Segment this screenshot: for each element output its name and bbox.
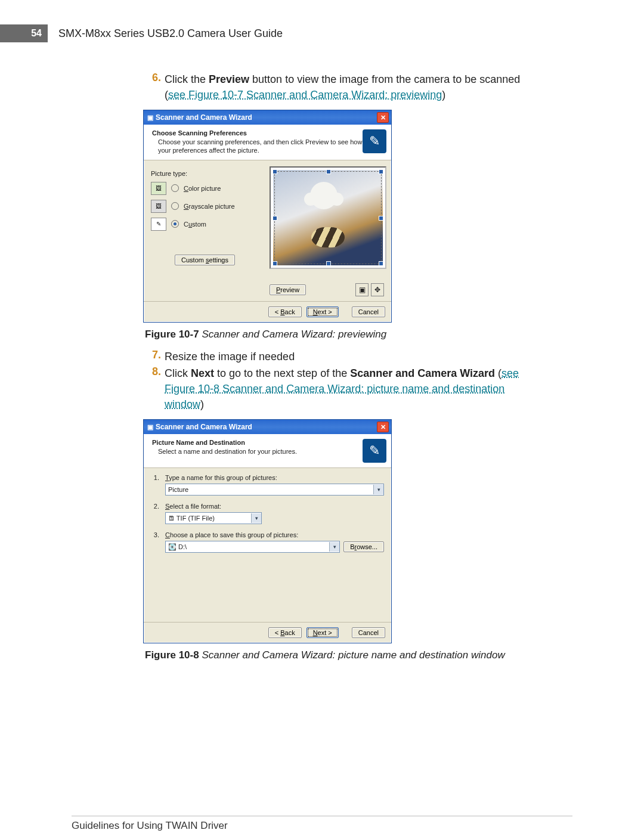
chevron-down-icon[interactable]: ▾ xyxy=(251,513,261,523)
wizard2-header-title: Picture Name and Destination xyxy=(152,439,363,446)
radio-color[interactable] xyxy=(171,184,179,192)
figure-10-7-caption: Figure 10-7 Scanner and Camera Wizard: p… xyxy=(145,329,537,340)
scanner-icon: ▣ xyxy=(147,114,153,122)
step-8-bold1: Next xyxy=(191,367,214,379)
wizard-title: Scanner and Camera Wizard xyxy=(156,113,377,122)
step-6-number: 6. xyxy=(143,72,165,103)
step-6-close: ) xyxy=(442,89,445,101)
crop-handle-br[interactable] xyxy=(379,261,383,266)
step-7-text: Resize the image if needed xyxy=(165,349,537,364)
picture-name-combo[interactable]: Picture ▾ xyxy=(165,484,384,496)
q2-label: SSelect a file format:elect a file forma… xyxy=(165,503,384,510)
q1-number: 1. xyxy=(151,474,159,503)
doc-title: SMX-M8xx Series USB2.0 Camera User Guide xyxy=(58,27,283,40)
next-button[interactable]: Next >Next > xyxy=(306,306,339,317)
q1-label: TType a name for this group of pictures:… xyxy=(165,474,384,481)
radio-custom-row[interactable]: ✎ CustomCustom xyxy=(151,218,259,231)
page-number: 54 xyxy=(0,24,48,42)
step-6-link[interactable]: see Figure 10-7 Scanner and Camera Wizar… xyxy=(168,89,442,101)
wizard2-header: Picture Name and Destination Select a na… xyxy=(144,434,391,468)
figure-10-7-desc: Scanner and Camera Wizard: previewing xyxy=(199,329,387,340)
crop-handle-b[interactable] xyxy=(326,261,331,266)
zoom-fit-icon[interactable]: ▣ xyxy=(355,283,369,296)
crop-handle-bl[interactable] xyxy=(273,261,277,266)
wizard-footer: < Back< Back Next >Next > Cancel xyxy=(144,301,391,322)
wizard-header-subtitle: Choose your scanning preferences, and th… xyxy=(152,137,363,155)
custom-thumb-icon: ✎ xyxy=(151,218,166,231)
scanner-device-icon: ✎ xyxy=(363,439,386,463)
page-footer: Guidelines for Using TWAIN Driver xyxy=(72,816,572,832)
back-button[interactable]: < Back< Back xyxy=(268,306,302,317)
wizard-titlebar[interactable]: ▣ Scanner and Camera Wizard ✕ xyxy=(144,110,391,125)
radio-gray[interactable] xyxy=(171,202,179,210)
crop-handle-t[interactable] xyxy=(326,169,331,174)
close-icon[interactable]: ✕ xyxy=(377,112,389,123)
step-8-pre: Click xyxy=(165,367,191,379)
page-header: 54 SMX-M8xx Series USB2.0 Camera User Gu… xyxy=(0,21,644,45)
close-icon[interactable]: ✕ xyxy=(377,422,389,432)
step-6: 6. Click the Preview button to view the … xyxy=(143,72,537,103)
figure-10-8-desc: Scanner and Camera Wizard: picture name … xyxy=(199,649,505,661)
wizard-destination-window: ▣ Scanner and Camera Wizard ✕ Picture Na… xyxy=(143,419,392,643)
picture-name-value: Picture xyxy=(166,486,373,493)
radio-custom[interactable] xyxy=(171,220,179,228)
chevron-down-icon[interactable]: ▾ xyxy=(373,485,383,494)
q3-number: 3. xyxy=(151,531,159,560)
step-6-pre: Click the xyxy=(165,73,209,85)
wizard2-titlebar[interactable]: ▣ Scanner and Camera Wizard ✕ xyxy=(144,420,391,434)
picture-type-label: Picture type: xyxy=(151,170,259,177)
gray-thumb-icon: 🖼 xyxy=(151,200,166,213)
wizard2-title: Scanner and Camera Wizard xyxy=(156,423,377,431)
custom-settings-button[interactable]: Custom settingsCustom settings xyxy=(175,255,235,265)
step-7-number: 7. xyxy=(143,349,165,364)
crop-handle-tl[interactable] xyxy=(273,169,277,174)
radio-custom-label: CustomCustom xyxy=(184,221,206,228)
crop-handle-l[interactable] xyxy=(273,216,277,221)
step-6-bold: Preview xyxy=(209,73,249,85)
radio-gray-row[interactable]: 🖼 GGrayscale picturerayscale picture xyxy=(151,200,259,213)
color-thumb-icon: 🖼 xyxy=(151,182,166,195)
scanner-device-icon: ✎ xyxy=(363,129,386,153)
crop-selection[interactable] xyxy=(274,171,382,264)
back-button[interactable]: < Back< Back xyxy=(268,627,302,638)
cancel-button[interactable]: Cancel xyxy=(352,306,385,317)
figure-10-8-caption: Figure 10-8 Scanner and Camera Wizard: p… xyxy=(145,649,537,661)
wizard-header-title: Choose Scanning Preferences xyxy=(152,129,363,137)
save-location-value: 💽 D:\ xyxy=(166,543,329,551)
file-format-value: 🖺 TIF (TIF File) xyxy=(166,515,251,522)
step-8-post: ( xyxy=(495,367,501,379)
radio-color-row[interactable]: 🖼 CColor pictureolor picture xyxy=(151,182,259,195)
step-8: 8. Click Next to go to the next step of … xyxy=(143,366,537,412)
step-7: 7. Resize the image if needed xyxy=(143,349,537,364)
q2-number: 2. xyxy=(151,503,159,531)
crop-handle-tr[interactable] xyxy=(379,169,383,174)
browse-button[interactable]: Browse...Browse... xyxy=(343,541,384,552)
step-8-number: 8. xyxy=(143,366,165,412)
save-location-combo[interactable]: 💽 D:\ ▾ xyxy=(165,541,340,553)
zoom-actual-icon[interactable]: ✥ xyxy=(371,283,384,296)
radio-gray-label: GGrayscale picturerayscale picture xyxy=(184,203,235,210)
wizard-preview-window: ▣ Scanner and Camera Wizard ✕ Choose Sca… xyxy=(143,110,392,323)
wizard2-footer: < Back< Back Next >Next > Cancel xyxy=(144,622,391,643)
cancel-button[interactable]: Cancel xyxy=(352,627,385,638)
crop-handle-r[interactable] xyxy=(379,216,383,221)
step-8-mid: to go to the next step of the xyxy=(214,367,350,379)
wizard2-header-subtitle: Select a name and destination for your p… xyxy=(152,446,363,456)
preview-pane[interactable] xyxy=(270,166,386,269)
scanner-icon: ▣ xyxy=(147,423,153,431)
q3-label: CChoose a place to save this group of pi… xyxy=(165,531,384,538)
figure-10-8-label: Figure 10-8 xyxy=(145,649,199,661)
radio-color-label: CColor pictureolor picture xyxy=(184,185,221,192)
step-8-bold2: Scanner and Camera Wizard xyxy=(350,367,495,379)
file-format-combo[interactable]: 🖺 TIF (TIF File) ▾ xyxy=(165,512,262,524)
chevron-down-icon[interactable]: ▾ xyxy=(329,542,339,552)
next-button[interactable]: Next >Next > xyxy=(306,627,339,638)
preview-button[interactable]: PPreviewreview xyxy=(270,284,306,295)
step-8-close: ) xyxy=(200,398,204,410)
wizard-header: Choose Scanning Preferences Choose your … xyxy=(144,125,391,160)
figure-10-7-label: Figure 10-7 xyxy=(145,329,199,340)
